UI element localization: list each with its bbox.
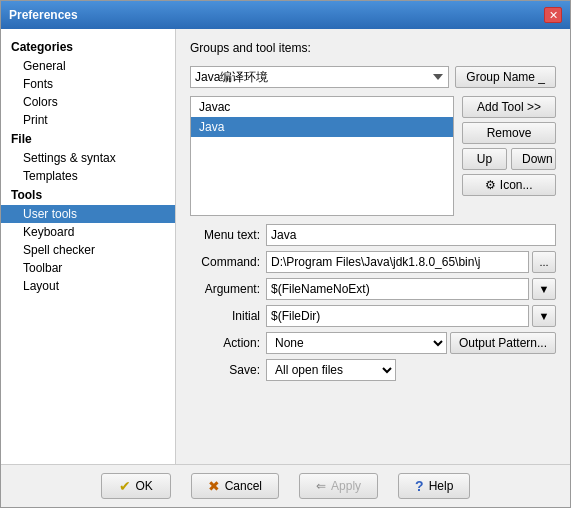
command-input-area: ... bbox=[266, 251, 556, 273]
cancel-label: Cancel bbox=[225, 479, 262, 493]
help-button[interactable]: ? Help bbox=[398, 473, 470, 499]
argument-label: Argument: bbox=[190, 282, 260, 296]
close-button[interactable]: ✕ bbox=[544, 7, 562, 23]
add-tool-button[interactable]: Add Tool >> bbox=[462, 96, 556, 118]
sidebar-item-spell-checker[interactable]: Spell checker bbox=[1, 241, 175, 259]
sidebar-item-colors[interactable]: Colors bbox=[1, 93, 175, 111]
action-input-area: None Output Pattern... bbox=[266, 332, 556, 354]
groups-row: Java编译环境 Group Name _ bbox=[190, 66, 556, 88]
action-row: Action: None Output Pattern... bbox=[190, 332, 556, 354]
window-title: Preferences bbox=[9, 8, 78, 22]
ok-label: OK bbox=[136, 479, 153, 493]
tool-item-javac[interactable]: Javac bbox=[191, 97, 453, 117]
remove-button[interactable]: Remove bbox=[462, 122, 556, 144]
action-label: Action: bbox=[190, 336, 260, 350]
initial-input[interactable] bbox=[266, 305, 529, 327]
sidebar-item-user-tools[interactable]: User tools bbox=[1, 205, 175, 223]
footer: ✔ OK ✖ Cancel ⇐ Apply ? Help bbox=[1, 464, 570, 507]
tool-item-java[interactable]: Java bbox=[191, 117, 453, 137]
content-area: Categories General Fonts Colors Print Fi… bbox=[1, 29, 570, 464]
save-label: Save: bbox=[190, 363, 260, 377]
sidebar-item-templates[interactable]: Templates bbox=[1, 167, 175, 185]
fields-area: Menu text: Command: ... Argument: bbox=[190, 224, 556, 381]
initial-input-area: ▼ bbox=[266, 305, 556, 327]
menu-text-input[interactable] bbox=[266, 224, 556, 246]
sidebar-item-fonts[interactable]: Fonts bbox=[1, 75, 175, 93]
group-dropdown[interactable]: Java编译环境 bbox=[190, 66, 449, 88]
sidebar-item-file[interactable]: File bbox=[1, 129, 175, 149]
title-bar: Preferences ✕ bbox=[1, 1, 570, 29]
command-browse-button[interactable]: ... bbox=[532, 251, 556, 273]
tool-buttons: Add Tool >> Remove Up Down ⚙ Icon... bbox=[462, 96, 556, 216]
action-dropdown[interactable]: None bbox=[266, 332, 447, 354]
ok-icon: ✔ bbox=[119, 478, 131, 494]
down-button[interactable]: Down bbox=[511, 148, 556, 170]
initial-dropdown-button[interactable]: ▼ bbox=[532, 305, 556, 327]
sidebar-item-toolbar[interactable]: Toolbar bbox=[1, 259, 175, 277]
ok-button[interactable]: ✔ OK bbox=[101, 473, 171, 499]
cancel-icon: ✖ bbox=[208, 478, 220, 494]
initial-label: Initial bbox=[190, 309, 260, 323]
menu-text-label: Menu text: bbox=[190, 228, 260, 242]
sidebar: Categories General Fonts Colors Print Fi… bbox=[1, 29, 176, 464]
menu-text-row: Menu text: bbox=[190, 224, 556, 246]
sidebar-item-settings-syntax[interactable]: Settings & syntax bbox=[1, 149, 175, 167]
icon-button[interactable]: ⚙ Icon... bbox=[462, 174, 556, 196]
tool-list-area: Javac Java Add Tool >> Remove Up Down ⚙ … bbox=[190, 96, 556, 216]
sidebar-item-layout[interactable]: Layout bbox=[1, 277, 175, 295]
tool-list: Javac Java bbox=[190, 96, 454, 216]
group-name-button[interactable]: Group Name _ bbox=[455, 66, 556, 88]
cancel-button[interactable]: ✖ Cancel bbox=[191, 473, 279, 499]
icon-button-label: Icon... bbox=[500, 178, 533, 192]
argument-input[interactable] bbox=[266, 278, 529, 300]
groups-label: Groups and tool items: bbox=[190, 41, 556, 55]
argument-dropdown-button[interactable]: ▼ bbox=[532, 278, 556, 300]
gear-icon: ⚙ bbox=[485, 178, 496, 192]
categories-label: Categories bbox=[1, 37, 175, 57]
sidebar-item-tools[interactable]: Tools bbox=[1, 185, 175, 205]
main-panel: Groups and tool items: Java编译环境 Group Na… bbox=[176, 29, 570, 464]
sidebar-item-print[interactable]: Print bbox=[1, 111, 175, 129]
help-label: Help bbox=[429, 479, 454, 493]
help-icon: ? bbox=[415, 478, 424, 494]
initial-row: Initial ▼ bbox=[190, 305, 556, 327]
up-down-pair: Up Down bbox=[462, 148, 556, 170]
argument-input-area: ▼ bbox=[266, 278, 556, 300]
apply-button[interactable]: ⇐ Apply bbox=[299, 473, 378, 499]
output-pattern-button[interactable]: Output Pattern... bbox=[450, 332, 556, 354]
up-button[interactable]: Up bbox=[462, 148, 507, 170]
preferences-window: Preferences ✕ Categories General Fonts C… bbox=[0, 0, 571, 508]
save-row: Save: All open files Current file No fil… bbox=[190, 359, 556, 381]
command-label: Command: bbox=[190, 255, 260, 269]
sidebar-item-keyboard[interactable]: Keyboard bbox=[1, 223, 175, 241]
command-input[interactable] bbox=[266, 251, 529, 273]
command-row: Command: ... bbox=[190, 251, 556, 273]
argument-row: Argument: ▼ bbox=[190, 278, 556, 300]
save-dropdown[interactable]: All open files Current file No files bbox=[266, 359, 396, 381]
apply-label: Apply bbox=[331, 479, 361, 493]
apply-icon: ⇐ bbox=[316, 479, 326, 493]
sidebar-item-general[interactable]: General bbox=[1, 57, 175, 75]
